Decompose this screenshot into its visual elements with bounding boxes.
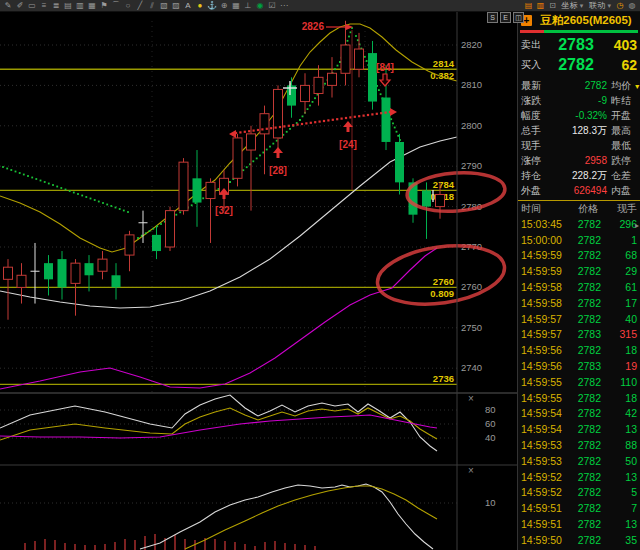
tape-time: 15:00:00 <box>521 234 569 246</box>
indicator-axis-label: 80 <box>485 404 496 415</box>
tape-row[interactable]: 14:59:58278217 <box>518 295 640 311</box>
candle-up <box>4 267 13 279</box>
line-tool-icon[interactable]: ╱ <box>134 0 146 11</box>
tape-row[interactable]: 14:59:56278319 <box>518 358 640 374</box>
candle-up <box>260 114 269 134</box>
panel-icon[interactable]: ▤ <box>62 0 74 11</box>
indicator-axis-label: 40 <box>485 432 496 443</box>
close-panel-icon[interactable]: × <box>468 465 474 476</box>
tape-time: 14:59:55 <box>521 392 569 404</box>
flag-icon[interactable]: ⚑ <box>98 0 110 11</box>
candle-up <box>314 77 323 93</box>
tape-price: 2782 <box>569 455 609 467</box>
tape-time: 14:59:59 <box>521 249 569 261</box>
fib-price-label: 2760 <box>433 276 454 287</box>
tape-row[interactable]: 14:59:552782110 <box>518 374 640 390</box>
tape-price: 2782 <box>569 265 609 277</box>
tape-row[interactable]: 14:59:59278268 <box>518 248 640 264</box>
avg-price-caret-icon[interactable]: ▼ <box>634 83 640 90</box>
time-and-sales-list[interactable]: 15:03:45278229615:00:002782114:59:592782… <box>518 216 640 548</box>
tape-row[interactable]: 14:59:53278288 <box>518 437 640 453</box>
quote-stat-row: 涨跌-9昨结 <box>518 93 640 108</box>
more-icon[interactable]: ⋯ <box>278 0 290 11</box>
hline-tool-icon[interactable]: ≡ <box>38 0 50 11</box>
tape-row[interactable]: 14:59:53278250 <box>518 453 640 469</box>
export-icon[interactable]: ⊥ <box>242 0 254 11</box>
tape-row[interactable]: 14:59:50278235 <box>518 532 640 548</box>
candlestick-chart[interactable]: 2820281028002790278027702760275027402814… <box>0 0 517 550</box>
tape-row[interactable]: 15:00:0027821 <box>518 232 640 248</box>
parallel-lines-icon[interactable]: ⫽ <box>146 0 158 11</box>
tape-price: 2782 <box>569 281 609 293</box>
image-icon[interactable]: ▧ <box>158 0 170 11</box>
globe-icon[interactable]: ◍ <box>626 0 638 11</box>
pin-icon[interactable]: ⊕ <box>218 0 230 11</box>
bid-row[interactable]: 买入 2782 62 <box>518 55 640 75</box>
notebook-icon[interactable]: ▤ <box>523 0 535 11</box>
tape-row[interactable]: 14:59:58278261 <box>518 279 640 295</box>
quote-stat-row: 外盘626494内盘 <box>518 183 640 198</box>
bars-icon[interactable]: ▥ <box>74 0 86 11</box>
close-panel-icon[interactable]: × <box>468 393 474 404</box>
y-axis-label: 2740 <box>461 362 482 373</box>
tape-row[interactable]: 15:03:452782296 <box>518 216 640 232</box>
clock-icon[interactable]: ◷ <box>614 0 626 11</box>
tape-time: 14:59:58 <box>521 281 569 293</box>
candle-down <box>112 275 121 287</box>
ask-row[interactable]: 卖出 2783 403 <box>518 35 640 55</box>
tape-time: 14:59:58 <box>521 297 569 309</box>
tape-volume: 19 <box>609 360 637 372</box>
fib-price-label: 2814 <box>433 58 455 69</box>
tape-row[interactable]: 14:59:57278240 <box>518 311 640 327</box>
toolbar-menu-0[interactable]: 坐标 ▾ <box>562 0 584 11</box>
table-icon[interactable]: ▦ <box>230 0 242 11</box>
rect-tool-icon[interactable]: ▭ <box>26 0 38 11</box>
text-tool-icon[interactable]: A <box>182 0 194 11</box>
arc-tool-icon[interactable]: ⌒ <box>110 0 122 11</box>
quote-stat-row: 涨停2958跌停 <box>518 153 640 168</box>
status-dots-icon[interactable]: ◉ <box>254 0 266 11</box>
pencil-icon[interactable]: ✎ <box>2 0 14 11</box>
tape-row[interactable]: 14:59:54278213 <box>518 421 640 437</box>
chart-mode-button-◫[interactable]: ◫ <box>513 12 524 23</box>
tape-row[interactable]: 14:59:54278242 <box>518 406 640 422</box>
tape-volume: 29 <box>609 265 637 277</box>
stat-value: 2782 <box>548 80 611 91</box>
tape-row[interactable]: 14:59:55278218 <box>518 390 640 406</box>
circle-tool-icon[interactable]: ○ <box>122 0 134 11</box>
quote-stat-row: 总手128.3万最高 <box>518 123 640 138</box>
monitor-icon[interactable]: ⊡ <box>547 0 559 11</box>
pen-icon[interactable]: ✐ <box>14 0 26 11</box>
stamp-icon[interactable]: ▨ <box>170 0 182 11</box>
tape-volume: 13 <box>609 518 637 530</box>
tape-row[interactable]: 14:59:5227825 <box>518 485 640 501</box>
tape-time: 14:59:52 <box>521 486 569 498</box>
stat-label: 现手 <box>521 139 548 153</box>
tape-row[interactable]: 14:59:572783315 <box>518 327 640 343</box>
tape-price: 2782 <box>569 218 609 230</box>
tape-time: 14:59:50 <box>521 534 569 546</box>
tape-volume: 13 <box>609 423 637 435</box>
tape-row[interactable]: 14:59:59278229 <box>518 263 640 279</box>
tape-row[interactable]: 14:59:56278218 <box>518 342 640 358</box>
checkbox-icon[interactable]: ☑ <box>266 0 278 11</box>
candle-up <box>206 182 215 198</box>
orange-chart-icon[interactable]: ▥ <box>535 0 547 11</box>
align-lines-icon[interactable]: ≣ <box>50 0 62 11</box>
toolbar-menu-1[interactable]: 联动 ▾ <box>589 0 611 11</box>
tape-col-time: 时间 <box>521 202 569 216</box>
tape-row[interactable]: 14:59:52278213 <box>518 469 640 485</box>
coin-icon[interactable]: ● <box>194 0 206 11</box>
tape-time: 15:03:45 <box>521 218 569 230</box>
anchor-icon[interactable]: ⚓ <box>206 0 218 11</box>
tape-row[interactable]: 14:59:51278213 <box>518 516 640 532</box>
tape-scroll-arrow-icon[interactable]: ▸ <box>635 221 639 230</box>
chart-mode-button-E[interactable]: E <box>500 12 511 23</box>
chart-mode-button-S[interactable]: S <box>487 12 498 23</box>
tape-row[interactable]: 14:59:5127827 <box>518 500 640 516</box>
quote-stat-row: 幅度-0.32%开盘 <box>518 108 640 123</box>
stat-label: 持仓 <box>521 169 548 183</box>
stat-right-label: 最低 <box>611 139 637 153</box>
peak-price-label: 2826 <box>302 21 325 32</box>
grid-icon[interactable]: ▦ <box>86 0 98 11</box>
